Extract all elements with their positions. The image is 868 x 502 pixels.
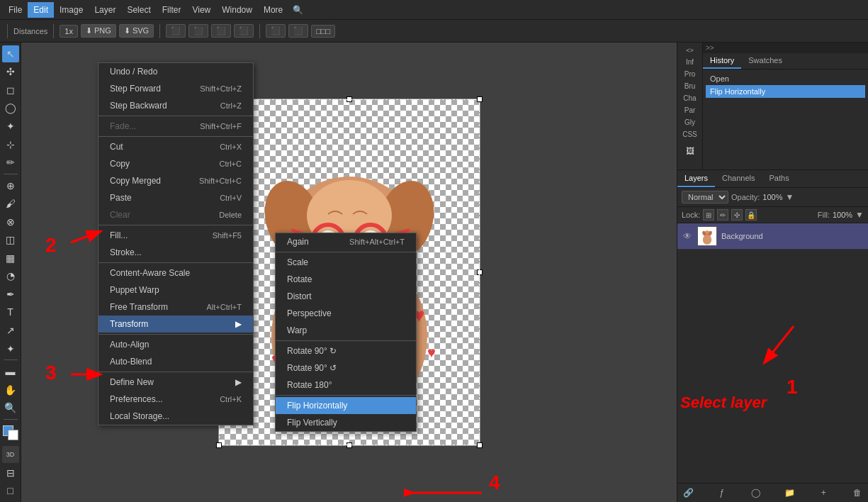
tool-brush[interactable]: 🖌 (2, 195, 19, 212)
tool-select[interactable]: ↖ (2, 45, 19, 62)
lock-paint[interactable]: ✏ (717, 209, 728, 221)
tool-path-select[interactable]: ↗ (2, 322, 19, 339)
mini-tab-par[interactable]: Par (679, 105, 701, 116)
mini-tab-inf[interactable]: Inf (679, 57, 701, 67)
menu-more[interactable]: More (258, 2, 288, 18)
tool-eraser[interactable]: ◫ (2, 231, 19, 248)
fill-arrow[interactable]: ▼ (855, 210, 864, 220)
menu-undo-redo[interactable]: Undo / Redo (98, 63, 253, 80)
blend-mode-select[interactable]: Normal (682, 191, 728, 203)
submenu-again[interactable]: Again Shift+Alt+Ctrl+T (276, 233, 416, 250)
tool-move[interactable]: ✣ (2, 64, 19, 81)
menu-stroke[interactable]: Stroke... (98, 244, 253, 261)
menu-transform[interactable]: Transform ▶ (98, 316, 253, 333)
tool-3d-mode[interactable]: 3D (2, 446, 19, 463)
tab-layers[interactable]: Layers (677, 170, 715, 187)
submenu-scale[interactable]: Scale (276, 254, 416, 271)
tool-dodge[interactable]: ◔ (2, 268, 19, 285)
link-layers-btn[interactable]: 🔗 (682, 486, 694, 499)
menu-edit[interactable]: Edit (28, 2, 54, 18)
align-btn-2[interactable]: ⬛ (188, 24, 208, 38)
tool-magic[interactable]: ✦ (2, 118, 19, 135)
mini-tab-cha[interactable]: Cha (679, 93, 701, 104)
menu-content-aware-scale[interactable]: Content-Aware Scale (98, 264, 253, 281)
new-group-btn[interactable]: 📁 (783, 486, 796, 499)
tool-clone[interactable]: ⊗ (2, 213, 19, 230)
align-btn-3[interactable]: ⬛ (211, 24, 231, 38)
tool-zoom[interactable]: 🔍 (2, 399, 19, 416)
menu-preferences[interactable]: Preferences... Ctrl+K (98, 391, 253, 408)
history-item-flip[interactable]: Flip Horizontally (706, 85, 865, 98)
menu-step-forward[interactable]: Step Forward Shift+Ctrl+Z (98, 80, 253, 97)
menu-define-new[interactable]: Define New ▶ (98, 374, 253, 391)
collapse-btn-left[interactable]: <> (679, 45, 701, 55)
layer-mask-btn[interactable]: ◯ (750, 486, 762, 499)
lock-pixels[interactable]: ⊞ (703, 209, 714, 221)
export-png-btn[interactable]: ⬇ PNG (81, 24, 116, 38)
menu-fade[interactable]: Fade... Shift+Ctrl+F (98, 118, 253, 135)
tool-gradient[interactable]: ▦ (2, 250, 19, 267)
tool-eyedropper[interactable]: ✏ (2, 154, 19, 171)
submenu-distort[interactable]: Distort (276, 288, 416, 305)
lock-move[interactable]: ✣ (731, 209, 743, 221)
align-btn-1[interactable]: ⬛ (166, 24, 186, 38)
menu-auto-align[interactable]: Auto-Align (98, 336, 253, 353)
tool-color-swatch[interactable] (3, 425, 18, 441)
export-svg-btn[interactable]: ⬇ SVG (119, 24, 154, 38)
submenu-flip-horizontal[interactable]: Flip Horizontally (276, 397, 416, 414)
mini-tab-bru[interactable]: Bru (679, 81, 701, 91)
mini-tab-gly[interactable]: Gly (679, 117, 701, 128)
search-icon[interactable]: 🔍 (293, 5, 303, 15)
menu-cut[interactable]: Cut Ctrl+X (98, 138, 253, 155)
dist-btn-3[interactable]: □□□ (311, 25, 335, 38)
submenu-perspective[interactable]: Perspective (276, 305, 416, 322)
lock-all[interactable]: 🔒 (745, 209, 757, 221)
submenu-flip-vertical[interactable]: Flip Vertically (276, 414, 416, 431)
tab-paths[interactable]: Paths (762, 170, 796, 187)
menu-paste[interactable]: Paste Ctrl+V (98, 189, 253, 206)
submenu-rotate90cw[interactable]: Rotate 90° ↻ (276, 342, 416, 359)
menu-window[interactable]: Window (216, 2, 258, 18)
menu-fill[interactable]: Fill... Shift+F5 (98, 227, 253, 244)
layer-item-background[interactable]: 👁 Background (677, 223, 868, 250)
tab-channels[interactable]: Channels (715, 170, 762, 187)
align-btn-4[interactable]: ⬛ (234, 24, 254, 38)
submenu-warp[interactable]: Warp (276, 322, 416, 339)
menu-filter[interactable]: Filter (157, 2, 187, 18)
tool-heal[interactable]: ⊕ (2, 177, 19, 194)
dist-btn-2[interactable]: ⬛ (288, 24, 308, 38)
tool-text[interactable]: T (2, 304, 19, 321)
mini-tab-pro[interactable]: Pro (679, 69, 701, 79)
tool-marquee[interactable]: ◻ (2, 82, 19, 99)
menu-select[interactable]: Select (121, 2, 156, 18)
tool-rect-shape[interactable]: ▬ (2, 363, 19, 380)
mini-tab-css[interactable]: CSS (679, 129, 701, 140)
menu-step-backward[interactable]: Step Backward Ctrl+Z (98, 97, 253, 114)
tool-lasso[interactable]: ◯ (2, 100, 19, 117)
menu-layer[interactable]: Layer (89, 2, 121, 18)
new-layer-btn[interactable]: + (817, 486, 830, 499)
tool-grid[interactable]: ⊟ (2, 464, 19, 481)
dist-btn-1[interactable]: ⬛ (266, 24, 286, 38)
tool-custom-shape[interactable]: ✦ (2, 340, 19, 357)
submenu-rotate[interactable]: Rotate (276, 271, 416, 288)
menu-auto-blend[interactable]: Auto-Blend (98, 353, 253, 370)
menu-image[interactable]: Image (54, 2, 89, 18)
tool-pen[interactable]: ✒ (2, 286, 19, 303)
tab-history[interactable]: History (703, 53, 741, 69)
background-color[interactable] (8, 430, 18, 440)
layer-effects-btn[interactable]: ƒ (716, 486, 728, 499)
menu-view[interactable]: View (186, 2, 216, 18)
menu-puppet-warp[interactable]: Puppet Warp (98, 281, 253, 299)
submenu-rotate90ccw[interactable]: Rotate 90° ↺ (276, 359, 416, 376)
history-item-open[interactable]: Open (706, 72, 865, 85)
zoom-selector[interactable]: 1x (60, 25, 78, 38)
delete-layer-btn[interactable]: 🗑 (851, 486, 864, 499)
menu-free-transform[interactable]: Free Transform Alt+Ctrl+T (98, 299, 253, 316)
mini-tab-img[interactable]: 🖼 (682, 143, 699, 160)
menu-local-storage[interactable]: Local Storage... (98, 408, 253, 425)
menu-copy-merged[interactable]: Copy Merged Shift+Ctrl+C (98, 172, 253, 189)
tool-screen-mode[interactable]: □ (2, 483, 19, 500)
tab-swatches[interactable]: Swatches (741, 53, 789, 69)
menu-clear[interactable]: Clear Delete (98, 206, 253, 223)
